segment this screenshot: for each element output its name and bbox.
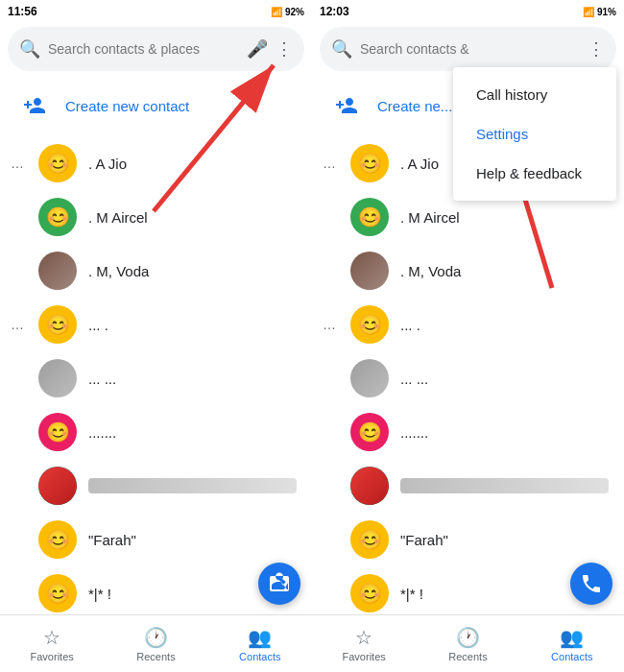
avatar: 😊 (38, 144, 77, 182)
right-contacts-icon: 👥 (560, 626, 584, 649)
right-nav-item-contacts[interactable]: 👥 Contacts (520, 626, 624, 662)
right-nav-label-recents: Recents (448, 651, 487, 662)
contact-name: ....... (400, 424, 609, 441)
right-search-icon: 🔍 (331, 38, 352, 60)
avatar: 😊 (350, 144, 389, 182)
avatar: 😊 (38, 574, 77, 612)
avatar: 😊 (38, 520, 77, 559)
left-status-bar: 11:56 📶 92% (0, 0, 312, 23)
avatar (38, 467, 77, 505)
avatar (350, 467, 389, 505)
right-battery: 91% (597, 7, 616, 17)
table-row[interactable] (312, 459, 624, 513)
table-row[interactable] (0, 459, 312, 513)
nav-item-favorites[interactable]: ☆ Favorites (0, 626, 104, 662)
contact-name: ... ... (88, 371, 297, 387)
dropdown-item-settings[interactable]: Settings (453, 114, 616, 154)
right-time: 12:03 (320, 5, 349, 18)
dropdown-item-call-history[interactable]: Call history (453, 75, 616, 114)
nav-label-favorites: Favorites (31, 651, 74, 662)
right-create-contact-icon (327, 86, 366, 125)
left-search-bar[interactable]: 🔍 🎤 ⋮ (8, 27, 304, 71)
avatar: 😊 (38, 413, 77, 451)
contact-name: . M, Voda (88, 263, 297, 279)
fab-button[interactable] (258, 563, 300, 605)
clock-icon: 🕐 (144, 626, 168, 649)
more-options-icon[interactable]: ⋮ (276, 38, 293, 60)
right-bottom-nav: ☆ Favorites 🕐 Recents 👥 Contacts (312, 614, 624, 672)
avatar (350, 252, 389, 290)
section-dots: … (8, 317, 27, 332)
avatar: 😊 (350, 305, 389, 344)
table-row[interactable]: ... ... (0, 351, 312, 405)
left-battery: 92% (285, 7, 304, 17)
table-row[interactable]: ... ... (312, 351, 624, 405)
left-bottom-nav: ☆ Favorites 🕐 Recents 👥 Contacts (0, 614, 312, 672)
right-more-options-icon[interactable]: ⋮ (588, 38, 605, 60)
contact-name: ....... (88, 424, 297, 441)
right-network: 📶 (583, 7, 594, 17)
avatar (38, 252, 77, 290)
contact-name: . M Aircel (400, 209, 609, 226)
search-icon: 🔍 (19, 38, 40, 60)
create-contact-icon (15, 86, 54, 125)
right-fab-button[interactable] (570, 563, 612, 605)
table-row[interactable]: … 😊 . A Jio (0, 136, 312, 190)
blurred-contact-name (88, 478, 297, 493)
right-phone-screen: 12:03 📶 91% 🔍 ⋮ Create ne... … 😊 . A Jio (312, 0, 624, 672)
left-search-input[interactable] (48, 41, 239, 57)
right-clock-icon: 🕐 (456, 626, 480, 649)
nav-item-recents[interactable]: 🕐 Recents (104, 626, 207, 662)
section-dots: … (320, 317, 339, 332)
table-row[interactable]: . M, Voda (312, 244, 624, 298)
mic-icon[interactable]: 🎤 (247, 38, 268, 60)
avatar: 😊 (38, 198, 77, 236)
table-row[interactable]: . M, Voda (0, 244, 312, 298)
create-contact-label: Create new contact (65, 98, 189, 114)
contact-name: ... . (88, 317, 297, 333)
left-network: 📶 (271, 7, 282, 17)
right-star-icon: ☆ (355, 626, 372, 649)
contacts-icon: 👥 (248, 626, 272, 649)
avatar: 😊 (38, 305, 77, 344)
contact-name: ... . (400, 317, 609, 333)
avatar: 😊 (350, 574, 389, 612)
right-search-bar[interactable]: 🔍 ⋮ (320, 27, 616, 71)
nav-label-recents: Recents (136, 651, 175, 662)
nav-label-contacts: Contacts (239, 651, 280, 662)
contact-name: "Farah" (88, 532, 297, 548)
contact-name: . M Aircel (88, 209, 297, 226)
table-row[interactable]: 😊 . M Aircel (0, 190, 312, 244)
dropdown-item-help[interactable]: Help & feedback (453, 154, 616, 193)
avatar: 😊 (350, 520, 389, 559)
avatar (38, 359, 77, 397)
table-row[interactable]: 😊 ....... (312, 405, 624, 459)
left-phone-screen: 11:56 📶 92% 🔍 🎤 ⋮ Create new contact … 😊… (0, 0, 312, 672)
left-time: 11:56 (8, 5, 37, 18)
right-create-contact-label: Create ne... (377, 98, 452, 114)
avatar (350, 359, 389, 397)
right-search-input[interactable] (360, 41, 580, 57)
create-contact-button[interactable]: Create new contact (0, 75, 312, 136)
right-nav-item-recents[interactable]: 🕐 Recents (416, 626, 519, 662)
avatar: 😊 (350, 413, 389, 451)
table-row[interactable]: … 😊 ... . (0, 298, 312, 351)
star-icon: ☆ (43, 626, 60, 649)
table-row[interactable]: 😊 "Farah" (312, 513, 624, 566)
nav-item-contacts[interactable]: 👥 Contacts (208, 626, 312, 662)
right-status-icons: 📶 91% (583, 7, 616, 17)
right-nav-label-contacts: Contacts (551, 651, 592, 662)
contact-name: ... ... (400, 371, 609, 387)
contact-name: . M, Voda (400, 263, 609, 279)
section-dots: … (320, 156, 339, 171)
table-row[interactable]: 😊 "Farah" (0, 513, 312, 566)
right-status-bar: 12:03 📶 91% (312, 0, 624, 23)
contact-name: . A Jio (88, 156, 297, 172)
right-nav-item-favorites[interactable]: ☆ Favorites (312, 626, 416, 662)
right-nav-label-favorites: Favorites (343, 651, 386, 662)
table-row[interactable]: 😊 ....... (0, 405, 312, 459)
table-row[interactable]: … 😊 ... . (312, 298, 624, 351)
section-dots: … (8, 156, 27, 171)
contact-name: "Farah" (400, 532, 609, 548)
avatar: 😊 (350, 198, 389, 236)
